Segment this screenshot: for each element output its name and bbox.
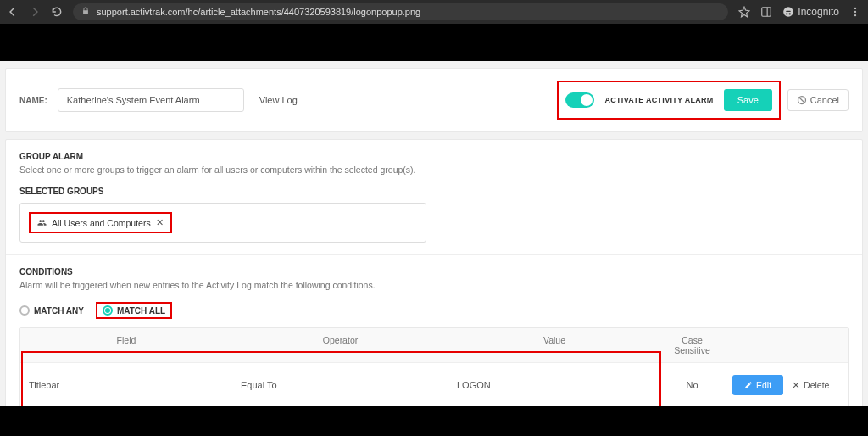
match-all-label: MATCH ALL bbox=[117, 306, 165, 316]
cell-value: LOGON bbox=[448, 368, 660, 402]
back-button[interactable] bbox=[7, 6, 19, 18]
group-chip[interactable]: All Users and Computers ✕ bbox=[29, 212, 172, 233]
url-text: support.activtrak.com/hc/article_attachm… bbox=[97, 7, 420, 17]
selected-groups-input[interactable]: All Users and Computers ✕ bbox=[19, 203, 426, 243]
browser-toolbar: support.activtrak.com/hc/article_attachm… bbox=[0, 0, 868, 24]
name-label: NAME: bbox=[19, 96, 47, 105]
col-operator-header: Operator bbox=[232, 328, 448, 362]
users-icon bbox=[37, 218, 47, 227]
page-content: NAME: View Log ACTIVATE ACTIVITY ALARM S… bbox=[0, 61, 868, 406]
group-alarm-title: GROUP ALARM bbox=[19, 152, 849, 161]
header-panel: NAME: View Log ACTIVATE ACTIVITY ALARM S… bbox=[5, 68, 863, 132]
cancel-button[interactable]: Cancel bbox=[787, 89, 849, 111]
incognito-label: Incognito bbox=[798, 6, 839, 18]
conditions-section: CONDITIONS Alarm will be triggered when … bbox=[6, 255, 862, 406]
pencil-icon bbox=[744, 381, 753, 389]
group-alarm-section: GROUP ALARM Select one or more groups to… bbox=[6, 140, 862, 254]
cell-operator: Equal To bbox=[232, 368, 448, 402]
radio-unchecked-icon bbox=[19, 305, 30, 316]
conditions-desc: Alarm will be triggered when new entries… bbox=[19, 280, 849, 290]
delete-button[interactable]: Delete bbox=[792, 380, 829, 390]
group-chip-label: All Users and Computers bbox=[52, 218, 151, 228]
radio-checked-icon bbox=[103, 305, 113, 316]
panel-icon[interactable] bbox=[760, 6, 772, 18]
menu-icon[interactable] bbox=[849, 6, 861, 18]
conditions-table: Field Operator Value Case Sensitive Titl… bbox=[19, 327, 849, 406]
match-all-option[interactable]: MATCH ALL bbox=[96, 302, 172, 319]
lock-icon bbox=[81, 6, 90, 18]
col-value-header: Value bbox=[448, 328, 660, 362]
group-alarm-desc: Select one or more groups to trigger an … bbox=[19, 165, 849, 175]
save-button[interactable]: Save bbox=[724, 89, 772, 111]
alarm-name-input[interactable] bbox=[58, 88, 244, 112]
forward-button[interactable] bbox=[29, 6, 41, 18]
match-mode-row: MATCH ANY MATCH ALL bbox=[19, 302, 849, 319]
match-any-option[interactable]: MATCH ANY bbox=[19, 305, 84, 316]
match-any-label: MATCH ANY bbox=[34, 306, 84, 316]
incognito-badge: Incognito bbox=[782, 6, 839, 18]
star-icon[interactable] bbox=[738, 6, 750, 18]
close-icon bbox=[792, 381, 800, 389]
edit-button[interactable]: Edit bbox=[732, 375, 783, 395]
cell-field: Titlebar bbox=[20, 368, 232, 402]
activate-label: ACTIVATE ACTIVITY ALARM bbox=[604, 96, 713, 104]
main-panel: GROUP ALARM Select one or more groups to… bbox=[5, 139, 863, 406]
conditions-table-head: Field Operator Value Case Sensitive bbox=[20, 328, 848, 363]
selected-groups-title: SELECTED GROUPS bbox=[19, 187, 849, 196]
activate-toggle[interactable] bbox=[565, 92, 594, 108]
svg-point-5 bbox=[854, 14, 856, 16]
view-log-button[interactable]: View Log bbox=[259, 95, 298, 105]
reload-button[interactable] bbox=[51, 6, 63, 18]
address-bar[interactable]: support.activtrak.com/hc/article_attachm… bbox=[73, 3, 728, 20]
col-case-sensitive-header: Case Sensitive bbox=[660, 328, 724, 362]
close-icon[interactable]: ✕ bbox=[156, 217, 164, 228]
black-bottom-band bbox=[0, 406, 868, 436]
cancel-label: Cancel bbox=[810, 95, 839, 105]
table-row: Titlebar Equal To LOGON No Edit Delete bbox=[20, 363, 848, 406]
svg-point-3 bbox=[854, 8, 856, 9]
activate-save-highlight: ACTIVATE ACTIVITY ALARM Save bbox=[557, 81, 780, 120]
col-field-header: Field bbox=[20, 328, 232, 362]
cell-case-sensitive: No bbox=[660, 368, 724, 402]
black-top-band bbox=[0, 24, 868, 61]
conditions-title: CONDITIONS bbox=[19, 267, 849, 277]
svg-line-7 bbox=[798, 98, 804, 103]
svg-point-4 bbox=[854, 11, 856, 13]
svg-rect-0 bbox=[762, 8, 771, 17]
